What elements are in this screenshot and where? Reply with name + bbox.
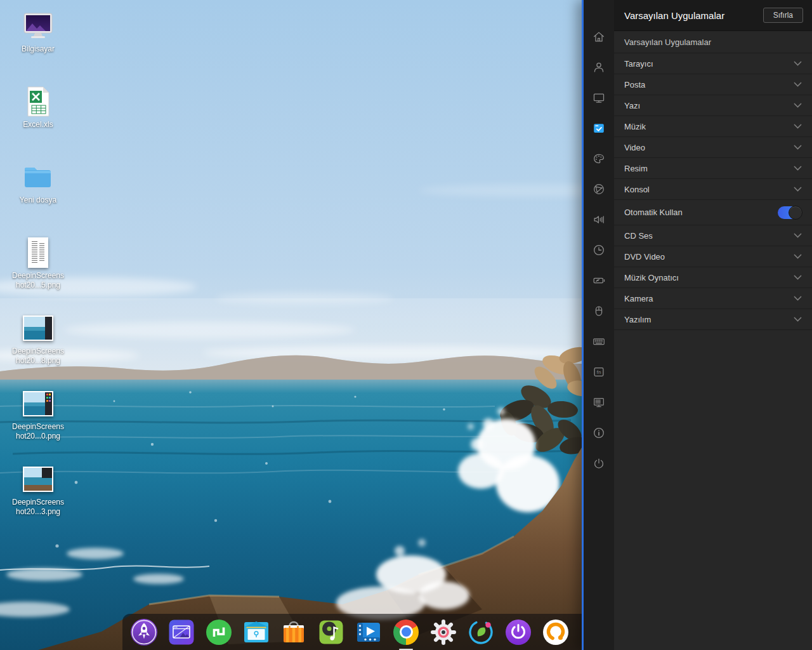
- reset-button[interactable]: Sıfırla: [763, 8, 803, 23]
- row-tarayici[interactable]: Tarayıcı: [614, 53, 812, 74]
- chrome-browser-icon[interactable]: [392, 618, 420, 646]
- chevron-down-icon: [794, 124, 802, 129]
- desktop-icon-label: DeepinScreens: [12, 498, 64, 507]
- chevron-down-icon: [794, 296, 802, 301]
- desktop-icon-label: Excel.xls: [23, 120, 53, 129]
- desktop-icon-grid: Bilgisayar Excel.xls: [5, 10, 71, 539]
- leaf-app-icon[interactable]: [467, 618, 495, 646]
- chevron-down-icon: [794, 317, 802, 322]
- sidebar-item-sound[interactable]: [584, 204, 614, 235]
- voice-recorder-icon[interactable]: [542, 618, 570, 646]
- default-applications-icon: [592, 121, 606, 135]
- fn-icon: fn: [592, 365, 606, 379]
- home-icon: [592, 30, 606, 44]
- sidebar-item-home[interactable]: [584, 22, 614, 52]
- computer-icon: [23, 10, 53, 42]
- desktop-icon-screenshot-8[interactable]: DeepinScreenshot20...8.png: [5, 312, 71, 388]
- sound-icon: [592, 213, 606, 227]
- toggle-knob: [789, 206, 802, 220]
- sidebar-item-display[interactable]: [584, 83, 614, 113]
- app-store-icon[interactable]: [280, 618, 308, 646]
- row-video[interactable]: Video: [614, 136, 812, 157]
- desktop-icon-label: DeepinScreens: [12, 422, 64, 431]
- image-file-icon: [23, 463, 53, 495]
- control-center-sidebar: fn: [584, 0, 614, 650]
- image-file-icon: [28, 237, 48, 269]
- sidebar-item-datetime[interactable]: [584, 235, 614, 265]
- auto-use-toggle[interactable]: [778, 206, 802, 219]
- desktop-icon-label: Yeni dosya: [20, 196, 56, 205]
- sidebar-item-system-info[interactable]: [584, 418, 614, 448]
- chevron-down-icon: [794, 103, 802, 108]
- sidebar-item-default-applications[interactable]: [584, 113, 614, 143]
- chevron-down-icon: [794, 275, 802, 280]
- boot-menu-icon: [592, 395, 606, 409]
- launcher-icon[interactable]: [130, 618, 158, 646]
- chevron-down-icon: [794, 254, 802, 259]
- panel-header: Varsayılan Uygulamalar Sıfırla: [614, 0, 812, 31]
- music-player-icon[interactable]: [317, 618, 345, 646]
- svg-text:fn: fn: [596, 369, 601, 375]
- row-resim[interactable]: Resim: [614, 157, 812, 178]
- sidebar-item-shutdown[interactable]: [584, 448, 614, 479]
- keyboard-icon: [592, 335, 606, 348]
- desktop-icon-label: DeepinScreens: [12, 271, 64, 280]
- info-icon: [592, 426, 606, 440]
- row-yazilim[interactable]: Yazılım: [614, 308, 812, 329]
- sidebar-item-keyboard[interactable]: [584, 326, 614, 357]
- folder-icon: [23, 161, 53, 193]
- image-file-icon: [23, 388, 53, 420]
- accounts-icon: [592, 60, 606, 74]
- sidebar-item-accounts[interactable]: [584, 52, 614, 83]
- row-cd-ses[interactable]: CD Ses: [614, 225, 812, 246]
- row-muzik-oynatici[interactable]: Müzik Oynatıcı: [614, 267, 812, 288]
- desktop-icon-screenshot-5[interactable]: DeepinScreenshot20...5.png: [5, 237, 71, 312]
- mail-app-icon[interactable]: [242, 618, 270, 646]
- chevron-down-icon: [794, 61, 802, 66]
- row-konsol[interactable]: Konsol: [614, 178, 812, 199]
- row-yazi[interactable]: Yazı: [614, 95, 812, 116]
- network-icon: [592, 182, 606, 196]
- mouse-icon: [592, 304, 606, 318]
- control-center-panel: fn Varsayılan Uygulamalar Sıfırla Varsay…: [582, 0, 812, 650]
- chevron-down-icon: [794, 187, 802, 192]
- shutdown-icon: [592, 456, 606, 470]
- sidebar-item-mouse[interactable]: [584, 296, 614, 326]
- row-dvd-video[interactable]: DVD Video: [614, 246, 812, 267]
- desktop-icon-excel[interactable]: Excel.xls: [5, 86, 71, 161]
- desktop-icon-screenshot-0[interactable]: DeepinScreenshot20...0.png: [5, 388, 71, 463]
- row-otomatik-kullan: Otomatik Kullan: [614, 199, 812, 225]
- package-app-icon[interactable]: [205, 618, 233, 646]
- chevron-down-icon: [794, 145, 802, 150]
- image-file-icon: [23, 312, 53, 344]
- sidebar-item-shortcuts[interactable]: fn: [584, 357, 614, 387]
- chevron-down-icon: [794, 233, 802, 238]
- page-title: Varsayılan Uygulamalar: [624, 10, 724, 21]
- desktop-icon-label: Bilgisayar: [22, 44, 55, 54]
- desktop-icon-label: DeepinScreens: [12, 347, 64, 355]
- display-icon: [592, 91, 606, 105]
- control-center-content: Varsayılan Uygulamalar Sıfırla Varsayıla…: [614, 0, 812, 650]
- desktop-icon-screenshot-3[interactable]: DeepinScreenshot20...3.png: [5, 463, 71, 539]
- personalization-icon: [592, 152, 606, 166]
- chevron-down-icon: [794, 166, 802, 171]
- sidebar-item-network[interactable]: [584, 174, 614, 204]
- chevron-down-icon: [794, 82, 802, 87]
- movie-player-icon[interactable]: [355, 618, 383, 646]
- row-posta[interactable]: Posta: [614, 74, 812, 95]
- panel-empty-area: [614, 329, 812, 650]
- row-muzik[interactable]: Müzik: [614, 116, 812, 136]
- section-header: Varsayılan Uygulamalar: [614, 31, 812, 53]
- sidebar-item-personalization[interactable]: [584, 143, 614, 174]
- excel-file-icon: [25, 86, 51, 117]
- desktop-icon-folder[interactable]: Yeni dosya: [5, 161, 71, 237]
- battery-icon: [592, 274, 606, 288]
- power-icon[interactable]: [504, 618, 532, 646]
- row-kamera[interactable]: Kamera: [614, 288, 812, 308]
- sidebar-item-boot-menu[interactable]: [584, 387, 614, 418]
- control-center-icon[interactable]: [429, 618, 457, 646]
- desktop-icon-computer[interactable]: Bilgisayar: [5, 10, 71, 86]
- file-manager-icon[interactable]: [167, 618, 195, 646]
- clock-icon: [592, 243, 606, 257]
- sidebar-item-power-battery[interactable]: [584, 265, 614, 296]
